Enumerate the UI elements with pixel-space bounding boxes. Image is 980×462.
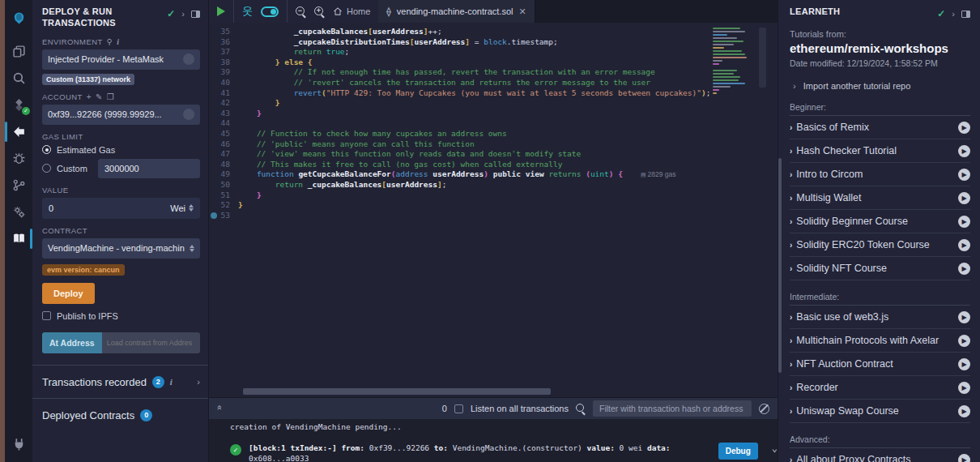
panel-expand-icon[interactable]: ›	[181, 9, 185, 19]
close-tab-icon[interactable]: ✕	[518, 6, 526, 17]
line-number[interactable]: 51	[209, 190, 238, 201]
line-number[interactable]: 45	[209, 129, 238, 139]
at-address-input[interactable]	[102, 332, 200, 353]
settings-icon[interactable]	[5, 199, 32, 225]
breakpoint-icon[interactable]	[211, 212, 217, 219]
tx-expand-icon[interactable]: ⌄	[772, 443, 778, 454]
line-number[interactable]: 41	[209, 88, 238, 99]
add-account-icon[interactable]: +	[87, 92, 92, 101]
tutorial-play-icon[interactable]: ▶	[958, 382, 970, 394]
tutorial-play-icon[interactable]: ▶	[958, 311, 970, 323]
search-icon[interactable]	[5, 65, 32, 92]
line-number[interactable]: 44	[209, 118, 238, 129]
terminal-filter-input[interactable]	[593, 400, 752, 417]
remix-logo-icon[interactable]	[5, 5, 32, 32]
tutorial-play-icon[interactable]: ▶	[958, 263, 970, 275]
debug-button[interactable]: Debug	[718, 443, 758, 460]
custom-gas-input[interactable]: 3000000	[98, 159, 200, 178]
tutorial-item[interactable]: ›Basic use of web3.js▶	[790, 306, 970, 329]
transactions-expand-icon[interactable]: ›	[197, 377, 200, 387]
tutorial-play-icon[interactable]: ▶	[958, 192, 970, 204]
tutorial-item[interactable]: ›Solidity ERC20 Token Course▶	[790, 233, 970, 257]
estimated-gas-radio[interactable]	[42, 145, 51, 154]
tutorial-item[interactable]: ›Hash Checker Tutorial▶	[790, 139, 970, 163]
minimap[interactable]	[713, 28, 748, 105]
tutorial-play-icon[interactable]: ▶	[958, 122, 970, 134]
tutorial-item[interactable]: ›Intro to Circom▶	[790, 163, 970, 186]
line-number[interactable]: 39	[209, 67, 238, 78]
line-number[interactable]: 38	[209, 58, 238, 68]
at-address-button[interactable]: At Address	[42, 332, 102, 353]
remix-ai-icon[interactable]: 웃	[242, 4, 253, 19]
value-input[interactable]: 0	[42, 203, 164, 213]
transactions-info-icon[interactable]: i	[170, 377, 173, 387]
tutorial-item[interactable]: ›Recorder▶	[790, 376, 970, 400]
contract-select[interactable]: VendingMachine - vending-machin	[42, 238, 200, 259]
tutorial-play-icon[interactable]: ▶	[958, 454, 970, 462]
environment-copy-icon[interactable]	[183, 53, 194, 65]
line-number[interactable]: 36	[209, 37, 238, 48]
tutorial-play-icon[interactable]: ▶	[958, 239, 970, 251]
learneth-expand-icon[interactable]: ›	[952, 9, 955, 19]
account-select[interactable]: 0xf39...92266 (9999.99929...	[42, 105, 200, 125]
listen-checkbox[interactable]	[454, 404, 463, 413]
git-icon[interactable]	[5, 172, 32, 199]
line-number[interactable]: 46	[209, 139, 238, 150]
learneth-scrollbar[interactable]	[778, 158, 782, 373]
line-number[interactable]: 42	[209, 98, 238, 109]
deploy-and-run-icon[interactable]	[5, 118, 32, 145]
tutorial-item[interactable]: ›All about Proxy Contracts▶	[790, 448, 970, 462]
code-editor[interactable]: 35 _cupcakeBalances[userAddress]++;36 _c…	[209, 23, 778, 397]
tutorial-item[interactable]: ›Multisig Wallet▶	[790, 186, 970, 210]
solidity-compiler-icon[interactable]: ✓	[5, 92, 32, 118]
line-number[interactable]: 49	[209, 169, 238, 180]
line-number[interactable]: 47	[209, 149, 238, 160]
deployed-contracts-row[interactable]: Deployed Contracts 0	[42, 399, 200, 431]
account-copy-icon[interactable]	[183, 109, 194, 120]
copy-account-icon[interactable]: ❐	[107, 92, 114, 101]
zoom-out-icon[interactable]: −	[296, 6, 306, 17]
tutorial-item[interactable]: ›Multichain Protocols with Axelar▶	[790, 329, 970, 353]
edit-account-icon[interactable]: ✎	[96, 92, 103, 101]
tutorial-item[interactable]: ›Solidity Beginner Course▶	[790, 210, 970, 233]
tab-vending-machine-contract[interactable]: ⟠ vending-machine-contract.sol ✕	[378, 0, 535, 23]
clear-console-icon[interactable]	[759, 404, 769, 414]
publish-ipfs-checkbox[interactable]	[42, 311, 51, 320]
run-script-icon[interactable]	[217, 6, 225, 16]
plug-icon[interactable]: ⚲	[107, 37, 113, 46]
panel-pin-icon[interactable]	[191, 11, 200, 18]
ai-toggle[interactable]	[261, 6, 279, 17]
tutorial-play-icon[interactable]: ▶	[958, 358, 970, 370]
line-number[interactable]: 52	[209, 200, 238, 211]
file-explorer-icon[interactable]	[5, 38, 32, 65]
environment-select[interactable]: Injected Provider - MetaMask	[42, 49, 200, 70]
tutorial-play-icon[interactable]: ▶	[958, 145, 970, 157]
tutorial-item[interactable]: ›NFT Auction Contract▶	[790, 353, 970, 376]
tutorial-item[interactable]: ›Uniswap Swap Course▶	[790, 400, 970, 423]
line-number[interactable]: 43	[209, 109, 238, 119]
deploy-button[interactable]: Deploy	[42, 283, 95, 304]
line-number[interactable]: 35	[209, 27, 238, 37]
line-number[interactable]: 53	[209, 211, 238, 221]
tutorial-item[interactable]: ›Basics of Remix▶	[790, 116, 970, 139]
tutorial-play-icon[interactable]: ▶	[958, 335, 970, 347]
tutorial-play-icon[interactable]: ▶	[958, 169, 970, 181]
plugin-manager-icon[interactable]	[5, 430, 32, 457]
line-number[interactable]: 37	[209, 47, 238, 58]
environment-info-icon[interactable]: i	[117, 37, 119, 46]
home-button[interactable]: Home	[333, 6, 370, 16]
import-tutorial-repo[interactable]: › Import another tutorial repo	[793, 81, 970, 91]
tutorial-item[interactable]: ›Solidity NFT Course▶	[790, 257, 970, 280]
tutorial-play-icon[interactable]: ▶	[958, 405, 970, 417]
transaction-log-entry[interactable]: ✓ [block:1 txIndex:-] from: 0xf39...9226…	[230, 439, 778, 462]
transactions-recorded-row[interactable]: Transactions recorded 2 i ›	[42, 366, 200, 398]
learneth-icon[interactable]	[5, 225, 32, 252]
tutorial-play-icon[interactable]: ▶	[958, 216, 970, 228]
line-number[interactable]: 40	[209, 78, 238, 88]
custom-gas-radio[interactable]	[42, 164, 51, 173]
editor-horizontal-scrollbar[interactable]	[243, 388, 551, 395]
line-number[interactable]: 48	[209, 160, 238, 170]
editor-vertical-scrollbar[interactable]	[759, 28, 766, 88]
terminal-expand-icon[interactable]: »	[214, 407, 224, 410]
zoom-in-icon[interactable]: +	[314, 6, 325, 17]
